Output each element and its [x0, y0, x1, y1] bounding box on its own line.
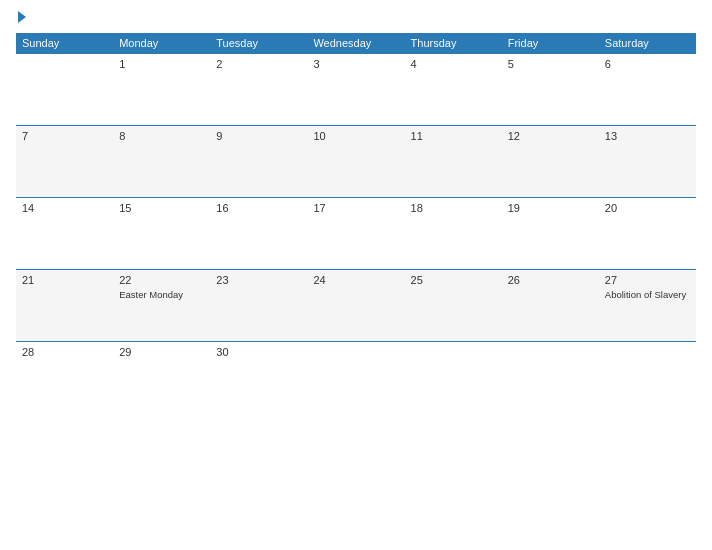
day-number: 19 — [508, 202, 593, 214]
calendar-cell: 30 — [210, 342, 307, 414]
calendar-cell: 26 — [502, 270, 599, 342]
calendar-cell: 24 — [307, 270, 404, 342]
weekday-header-sunday: Sunday — [16, 33, 113, 54]
day-number: 30 — [216, 346, 301, 358]
day-number: 11 — [411, 130, 496, 142]
weekday-header-saturday: Saturday — [599, 33, 696, 54]
day-number: 15 — [119, 202, 204, 214]
calendar-cell: 13 — [599, 126, 696, 198]
calendar-event: Abolition of Slavery — [605, 289, 686, 300]
day-number: 1 — [119, 58, 204, 70]
calendar-cell — [405, 342, 502, 414]
calendar-cell: 16 — [210, 198, 307, 270]
calendar-cell — [502, 342, 599, 414]
day-number: 8 — [119, 130, 204, 142]
calendar-cell: 4 — [405, 54, 502, 126]
logo-blue-row — [16, 12, 26, 23]
logo — [16, 12, 26, 23]
calendar-cell: 23 — [210, 270, 307, 342]
calendar-cell: 14 — [16, 198, 113, 270]
calendar-cell: 2 — [210, 54, 307, 126]
day-number: 10 — [313, 130, 398, 142]
calendar-cell: 25 — [405, 270, 502, 342]
calendar-cell: 1 — [113, 54, 210, 126]
calendar-cell: 11 — [405, 126, 502, 198]
calendar-table: SundayMondayTuesdayWednesdayThursdayFrid… — [16, 33, 696, 414]
day-number: 5 — [508, 58, 593, 70]
calendar-cell — [307, 342, 404, 414]
day-number: 23 — [216, 274, 301, 286]
day-number: 9 — [216, 130, 301, 142]
day-number: 4 — [411, 58, 496, 70]
day-number: 27 — [605, 274, 690, 286]
day-number: 16 — [216, 202, 301, 214]
calendar-cell: 9 — [210, 126, 307, 198]
day-number: 3 — [313, 58, 398, 70]
day-number: 2 — [216, 58, 301, 70]
calendar-cell: 5 — [502, 54, 599, 126]
day-number: 20 — [605, 202, 690, 214]
calendar-cell: 21 — [16, 270, 113, 342]
calendar-cell: 27Abolition of Slavery — [599, 270, 696, 342]
day-number: 24 — [313, 274, 398, 286]
calendar-cell: 19 — [502, 198, 599, 270]
calendar-cell: 28 — [16, 342, 113, 414]
day-number: 13 — [605, 130, 690, 142]
weekday-header-thursday: Thursday — [405, 33, 502, 54]
weekday-header-tuesday: Tuesday — [210, 33, 307, 54]
calendar-cell — [16, 54, 113, 126]
calendar-cell: 15 — [113, 198, 210, 270]
calendar-cell — [599, 342, 696, 414]
calendar-cell: 17 — [307, 198, 404, 270]
day-number: 14 — [22, 202, 107, 214]
calendar-cell: 8 — [113, 126, 210, 198]
calendar-week-row: 14151617181920 — [16, 198, 696, 270]
day-number: 29 — [119, 346, 204, 358]
calendar-week-row: 2122Easter Monday2324252627Abolition of … — [16, 270, 696, 342]
weekday-header-friday: Friday — [502, 33, 599, 54]
calendar-body: 12345678910111213141516171819202122Easte… — [16, 54, 696, 414]
weekday-header-row: SundayMondayTuesdayWednesdayThursdayFrid… — [16, 33, 696, 54]
calendar-cell: 3 — [307, 54, 404, 126]
calendar-header: SundayMondayTuesdayWednesdayThursdayFrid… — [16, 33, 696, 54]
calendar-cell: 6 — [599, 54, 696, 126]
calendar-cell: 7 — [16, 126, 113, 198]
weekday-header-wednesday: Wednesday — [307, 33, 404, 54]
calendar-event: Easter Monday — [119, 289, 183, 300]
calendar-cell: 10 — [307, 126, 404, 198]
day-number: 28 — [22, 346, 107, 358]
day-number: 21 — [22, 274, 107, 286]
day-number: 22 — [119, 274, 204, 286]
calendar-cell: 29 — [113, 342, 210, 414]
calendar-week-row: 78910111213 — [16, 126, 696, 198]
calendar-week-row: 282930 — [16, 342, 696, 414]
calendar-cell: 22Easter Monday — [113, 270, 210, 342]
calendar-cell: 18 — [405, 198, 502, 270]
day-number: 7 — [22, 130, 107, 142]
calendar-week-row: 123456 — [16, 54, 696, 126]
logo-triangle-icon — [18, 11, 26, 23]
day-number: 12 — [508, 130, 593, 142]
calendar-cell: 20 — [599, 198, 696, 270]
day-number: 6 — [605, 58, 690, 70]
day-number: 26 — [508, 274, 593, 286]
page: SundayMondayTuesdayWednesdayThursdayFrid… — [0, 0, 712, 550]
weekday-header-monday: Monday — [113, 33, 210, 54]
header — [16, 12, 696, 23]
day-number: 25 — [411, 274, 496, 286]
day-number: 17 — [313, 202, 398, 214]
calendar-cell: 12 — [502, 126, 599, 198]
day-number: 18 — [411, 202, 496, 214]
